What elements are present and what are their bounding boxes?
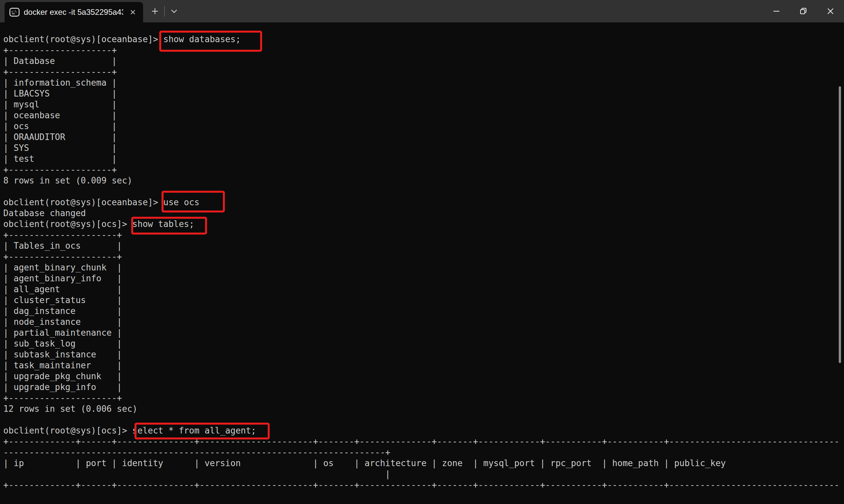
tab-title: docker exec -it 5a352295a43 (24, 7, 123, 17)
scrollbar[interactable] (839, 86, 841, 363)
close-icon (827, 7, 834, 15)
terminal-viewport[interactable]: obclient(root@sys)[oceanbase]> show data… (0, 22, 844, 504)
tab-close-icon[interactable] (127, 6, 138, 18)
tab-bar: c:\ docker exec -it 5a352295a43 (0, 0, 844, 22)
titlebar-drag-area[interactable] (181, 0, 763, 22)
restore-button[interactable] (790, 0, 817, 22)
minimize-icon (773, 7, 780, 15)
tabbar-divider (164, 6, 165, 16)
svg-text:c:\: c:\ (12, 10, 17, 13)
close-window-button[interactable] (817, 0, 844, 22)
plus-icon (151, 7, 159, 15)
tabbar-left-padding (0, 0, 5, 22)
chevron-down-icon (170, 9, 178, 14)
cmd-window-icon: c:\ (9, 7, 20, 17)
minimize-button[interactable] (763, 0, 790, 22)
terminal-text: obclient(root@sys)[oceanbase]> show data… (0, 22, 844, 490)
restore-down-icon (799, 7, 807, 15)
terminal-tab[interactable]: c:\ docker exec -it 5a352295a43 (5, 2, 143, 22)
new-tab-button[interactable] (148, 2, 162, 20)
tab-dropdown-button[interactable] (167, 2, 181, 20)
